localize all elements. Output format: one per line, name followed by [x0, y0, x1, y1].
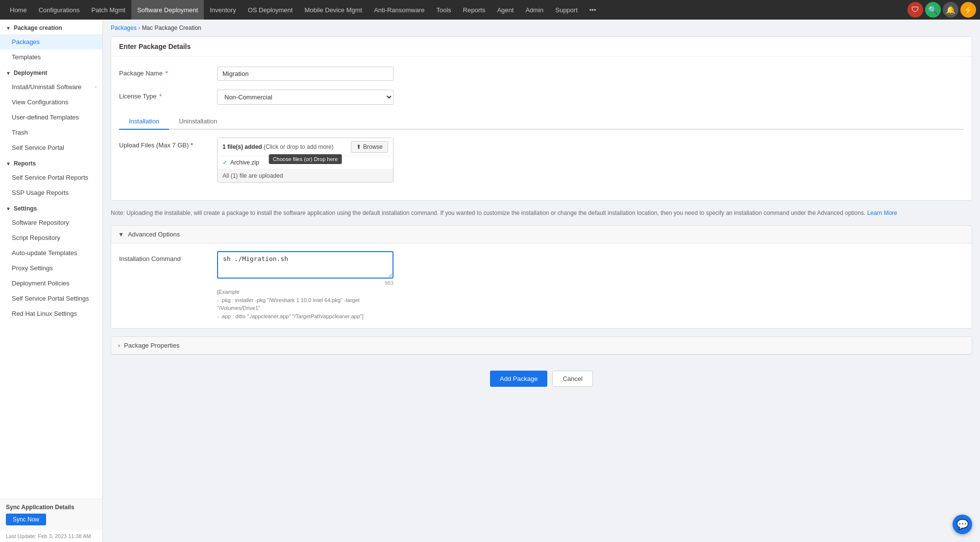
example-text: [Example - .pkg : installer -pkg "/Wires… — [217, 288, 393, 320]
sidebar-item-self-service-portal[interactable]: Self Service Portal — [0, 140, 102, 155]
license-type-label: License Type * — [119, 90, 217, 100]
nav-item-home[interactable]: Home — [4, 0, 33, 20]
sidebar-item-packages[interactable]: Packages — [0, 34, 102, 49]
installation-tabs: Installation Uninstallation — [119, 114, 964, 130]
section-label: Package creation — [14, 24, 62, 31]
main-content: Packages › Mac Package Creation Enter Pa… — [103, 20, 980, 542]
sidebar-section-package-creation[interactable]: ▼ Package creation — [0, 20, 102, 34]
license-type-control: Non-Commercial Commercial Open Source — [217, 90, 393, 105]
arrow-down-icon: ▼ — [6, 25, 11, 31]
upload-icon: ⬆ — [356, 143, 361, 150]
add-package-button[interactable]: Add Package — [490, 371, 547, 387]
installation-command-wrap: sh ./Migration.sh 983 [Example - .pkg : … — [217, 251, 393, 320]
arrow-down-icon: ▼ — [6, 161, 11, 166]
nav-item-os-deployment[interactable]: OS Deployment — [242, 0, 299, 20]
cancel-button[interactable]: Cancel — [552, 371, 592, 387]
upload-box-wrapper: 1 file(s) added (Click or drop to add mo… — [217, 138, 393, 183]
sidebar-section-reports[interactable]: ▼ Reports — [0, 155, 102, 170]
package-name-label: Package Name * — [119, 67, 217, 77]
nav-item-configurations[interactable]: Configurations — [33, 0, 86, 20]
sidebar-item-ssp-settings[interactable]: Self Service Portal Settings — [0, 291, 102, 306]
sidebar-item-auto-update-templates[interactable]: Auto-update Templates — [0, 245, 102, 260]
upload-status: All (1) file are uploaded — [218, 169, 393, 182]
sidebar: ▼ Package creation Packages Templates ▼ … — [0, 20, 103, 542]
sidebar-item-ssp-reports[interactable]: Self Service Portal Reports — [0, 170, 102, 185]
top-nav: Home Configurations Patch Mgmt Software … — [0, 0, 980, 20]
section-label: Reports — [14, 160, 36, 167]
sidebar-item-deployment-policies[interactable]: Deployment Policies — [0, 276, 102, 291]
nav-item-agent[interactable]: Agent — [491, 0, 519, 20]
section-label: Deployment — [14, 70, 48, 76]
advanced-options-header[interactable]: ▼ Advanced Options — [111, 226, 972, 243]
sidebar-item-ssp-usage-reports[interactable]: SSP Usage Reports — [0, 185, 102, 200]
sidebar-item-user-defined-templates[interactable]: User-defined Templates — [0, 110, 102, 125]
sidebar-item-redhat-linux-settings[interactable]: Red Hat Linux Settings — [0, 306, 102, 321]
nav-item-reports[interactable]: Reports — [457, 0, 491, 20]
last-update: Last Update: Feb 3, 2023 11:38 AM — [0, 530, 102, 542]
package-name-input[interactable] — [217, 67, 393, 81]
arrow-down-icon: ▼ — [6, 71, 11, 76]
sidebar-item-script-repository[interactable]: Script Repository — [0, 230, 102, 245]
note-text: Note: Uploading the installable, will cr… — [111, 209, 972, 217]
required-marker: * — [166, 70, 168, 77]
upload-label: Upload Files (Max 7 GB) * — [119, 138, 217, 149]
nav-item-anti-ransomware[interactable]: Anti-Ransomware — [368, 0, 430, 20]
breadcrumb-parent[interactable]: Packages — [111, 24, 137, 31]
tab-uninstallation[interactable]: Uninstallation — [169, 114, 227, 130]
nav-item-tools[interactable]: Tools — [431, 0, 457, 20]
installation-command-label: Installation Command — [119, 251, 217, 262]
package-properties-section: › Package Properties — [111, 336, 972, 355]
upload-header: 1 file(s) added (Click or drop to add mo… — [218, 138, 393, 156]
package-properties-header[interactable]: › Package Properties — [111, 337, 972, 354]
installation-command-textarea[interactable]: sh ./Migration.sh — [217, 251, 393, 279]
nav-item-support[interactable]: Support — [549, 0, 584, 20]
char-count: 983 — [217, 280, 393, 286]
sidebar-item-proxy-settings[interactable]: Proxy Settings — [0, 260, 102, 276]
sync-label: Sync Application Details — [6, 504, 97, 511]
bell-icon[interactable]: 🔔 — [943, 2, 958, 18]
required-marker: * — [191, 141, 193, 149]
search-icon[interactable]: 🔍 — [925, 2, 941, 18]
sidebar-section-deployment[interactable]: ▼ Deployment — [0, 65, 102, 79]
shield-icon[interactable]: 🛡 — [907, 2, 923, 18]
tooltip-box: Choose files (or) Drop here — [269, 154, 342, 164]
sidebar-item-install-uninstall[interactable]: Install/Uninstall Software › — [0, 79, 102, 94]
nav-item-more[interactable]: ••• — [584, 0, 602, 20]
nav-item-software-deployment[interactable]: Software Deployment — [131, 0, 204, 20]
license-type-select[interactable]: Non-Commercial Commercial Open Source — [217, 90, 393, 105]
sidebar-item-trash[interactable]: Trash — [0, 125, 102, 140]
collapse-right-icon: › — [118, 342, 120, 349]
nav-right: 🛡 🔍 🔔 ⚡ — [907, 2, 976, 18]
sidebar-item-templates[interactable]: Templates — [0, 49, 102, 65]
nav-item-admin[interactable]: Admin — [519, 0, 549, 20]
learn-more-link[interactable]: Learn More — [867, 210, 897, 216]
package-name-control — [217, 67, 393, 81]
file-name: Archive.zip — [230, 159, 259, 166]
form-actions: Add Package Cancel — [103, 363, 980, 395]
sidebar-item-software-repository[interactable]: Software Repository — [0, 215, 102, 230]
sidebar-section-settings[interactable]: ▼ Settings — [0, 200, 102, 215]
required-marker: * — [159, 93, 162, 100]
collapse-arrow-icon: ▼ — [118, 231, 124, 238]
nav-item-patch-mgmt[interactable]: Patch Mgmt — [86, 0, 131, 20]
advanced-options-body: Installation Command sh ./Migration.sh 9… — [111, 243, 972, 328]
section-label: Settings — [14, 205, 37, 212]
arrow-down-icon: ▼ — [6, 206, 11, 212]
bolt-icon[interactable]: ⚡ — [960, 2, 976, 18]
browse-button[interactable]: ⬆ Browse — [351, 141, 388, 153]
installation-command-row: Installation Command sh ./Migration.sh 9… — [119, 251, 964, 320]
nav-item-mobile-device-mgmt[interactable]: Mobile Device Mgmt — [298, 0, 368, 20]
package-name-row: Package Name * — [119, 67, 964, 81]
tab-installation[interactable]: Installation — [119, 114, 169, 130]
sidebar-bottom: Sync Application Details Sync Now Last U… — [0, 498, 102, 542]
sync-section: Sync Application Details Sync Now — [0, 499, 102, 530]
upload-header-text: 1 file(s) added (Click or drop to add mo… — [222, 143, 334, 150]
sidebar-item-view-configurations[interactable]: View Configurations — [0, 94, 102, 110]
chat-bubble[interactable]: 💬 — [953, 515, 972, 534]
form-body: Package Name * License Type * — [111, 57, 972, 200]
breadcrumb-current: Mac Package Creation — [142, 24, 201, 31]
advanced-options-section: ▼ Advanced Options Installation Command … — [111, 225, 972, 329]
sync-now-button[interactable]: Sync Now — [6, 514, 46, 525]
nav-item-inventory[interactable]: Inventory — [204, 0, 242, 20]
main-layout: ▼ Package creation Packages Templates ▼ … — [0, 20, 980, 542]
